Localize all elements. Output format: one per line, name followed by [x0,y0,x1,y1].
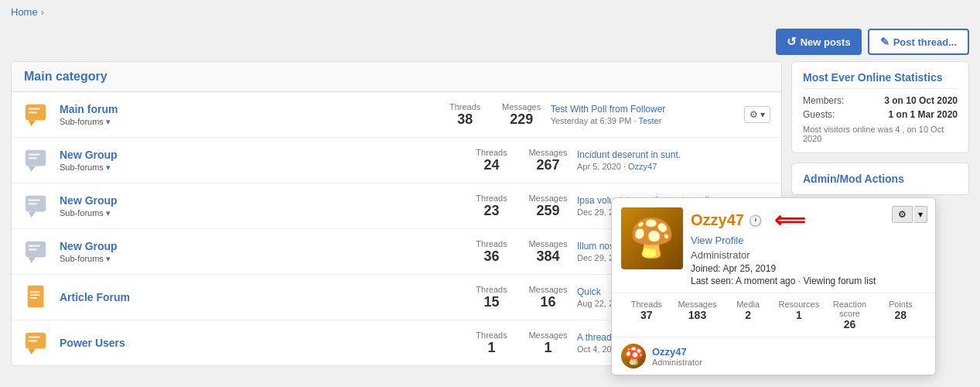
svg-rect-10 [29,200,40,201]
threads-label: Threads [470,285,513,294]
forum-name-link[interactable]: New Group [60,194,118,207]
threads-label: Threads [470,148,513,157]
forum-name-link[interactable]: Main forum [60,103,118,115]
forum-stats: Threads 1 Messages 1 [470,330,569,356]
threads-count: 1 [470,340,513,356]
viewing-text: Viewing forum list [803,276,876,286]
breadcrumb-sep: › [41,6,44,18]
messages-label: Messages [527,330,569,340]
messages-count: 259 [527,203,569,219]
joined-label: Joined: [691,263,721,274]
threads-stat: Threads 36 [470,239,513,265]
admin-title: Admin/Mod Actions [803,173,958,185]
svg-rect-11 [29,203,37,204]
subforums-toggle[interactable]: ▾ [106,254,111,263]
user-popup: 🍄 Ozzy47 🕐 ⟸ View Profile Administrator … [611,197,936,375]
svg-rect-3 [29,111,37,113]
latest-user-link[interactable]: Ozzy47 [628,162,657,171]
svg-marker-1 [29,121,36,127]
forum-name-link[interactable]: Article Forum [60,291,130,303]
forum-stats: Threads 38 Messages 229 [444,102,543,128]
svg-marker-5 [29,166,36,173]
forum-info: Main forum Sub-forums ▾ [60,103,436,127]
popup-footer-info: Ozzy47 Administrator [652,346,702,367]
popup-footer-role: Administrator [652,358,702,367]
popup-stat-value: 26 [825,318,876,330]
popup-gear-area: ⚙ ▾ [892,206,927,223]
latest-thread-link[interactable]: Test With Poll from Follower [551,104,736,115]
arrow-icon: ⟸ [774,207,805,233]
forum-name-link[interactable]: New Group [60,149,118,161]
view-profile-link[interactable]: View Profile [691,235,926,246]
visitors-note: Most visitors online was 4 , on 10 Oct 2… [803,125,958,143]
svg-marker-13 [29,258,36,264]
messages-stat: Messages 259 [527,194,569,219]
popup-stat-value: 37 [621,309,672,321]
members-row: Members: 3 on 10 Oct 2020 [803,95,958,106]
forum-stats: Threads 24 Messages 267 [470,148,569,173]
latest-user-link[interactable]: Tester [638,116,661,125]
forum-name-link[interactable]: Power Users [60,337,125,349]
popup-stat-value: 183 [672,309,723,321]
threads-count: 23 [470,203,513,219]
svg-rect-17 [30,291,40,293]
threads-stat: Threads 23 [470,194,513,219]
subforums-label: Sub-forums ▾ [60,117,436,127]
popup-caret-button[interactable]: ▾ [914,206,927,223]
svg-marker-9 [29,212,36,218]
threads-count: 36 [470,248,513,265]
messages-label: Messages [527,148,569,157]
new-posts-button[interactable]: ↺ New posts [776,29,862,55]
threads-stat: Threads 1 [470,330,513,356]
forum-icon [22,100,52,129]
latest-meta: Yesterday at 6:39 PM · Tester [551,116,736,125]
forum-info: New Group Sub-forums ▾ [60,194,463,218]
threads-count: 24 [470,157,513,173]
post-thread-button[interactable]: ✎ Post thread... [868,29,969,55]
forum-gear-button[interactable]: ⚙ ▾ [744,106,770,123]
popup-footer-name-link[interactable]: Ozzy47 [652,346,687,358]
subforums-toggle[interactable]: ▾ [106,208,111,217]
messages-count: 1 [527,340,569,356]
forum-info: New Group Sub-forums ▾ [60,149,463,173]
messages-label: Messages [527,194,569,203]
svg-rect-22 [29,337,40,338]
forum-latest: Incidunt deserunt in sunt. Apr 5, 2020 ·… [577,149,763,171]
forum-row: New Group Sub-forums ▾ Threads 24 Messag… [12,138,781,183]
home-link[interactable]: Home [11,6,38,18]
popup-stat-cell: Points28 [875,300,926,330]
subforums-toggle[interactable]: ▾ [106,163,111,172]
popup-lastseen: Last seen: A moment ago · Viewing forum … [691,276,926,286]
forum-info: Power Users [60,337,463,349]
lastseen-label: Last seen: [691,276,733,286]
svg-marker-21 [29,349,36,355]
members-label: Members: [803,95,844,106]
top-bar: ↺ New posts ✎ Post thread... [0,24,980,61]
popup-stat-cell: Messages183 [672,300,723,330]
popup-footer: 🍄 Ozzy47 Administrator [612,337,935,375]
forum-name-link[interactable]: New Group [60,240,118,252]
popup-role: Administrator [691,249,926,261]
subforums-toggle[interactable]: ▾ [106,117,111,126]
forum-icon [22,146,52,175]
popup-stat-cell: Reaction score26 [825,300,876,330]
threads-label: Threads [444,102,487,111]
edit-icon: ✎ [880,36,890,48]
messages-stat: Messages 229 [500,102,543,128]
popup-stat-value: 2 [722,309,773,321]
forum-stats: Threads 15 Messages 16 [470,285,569,310]
latest-thread-link[interactable]: Incidunt deserunt in sunt. [577,149,763,160]
messages-stat: Messages 1 [527,330,569,356]
messages-count: 384 [527,248,569,265]
history-icon[interactable]: 🕐 [749,214,762,227]
threads-count: 38 [444,111,487,128]
svg-rect-14 [29,245,40,247]
popup-stat-label: Resources [773,300,825,309]
messages-count: 267 [527,157,569,173]
popup-username: Ozzy47 🕐 ⟸ [691,207,926,233]
forum-info: New Group Sub-forums ▾ [60,240,463,264]
subforums-label: Sub-forums ▾ [60,208,463,218]
popup-gear-button[interactable]: ⚙ [892,206,913,223]
svg-rect-6 [29,154,40,156]
messages-stat: Messages 16 [527,285,569,310]
